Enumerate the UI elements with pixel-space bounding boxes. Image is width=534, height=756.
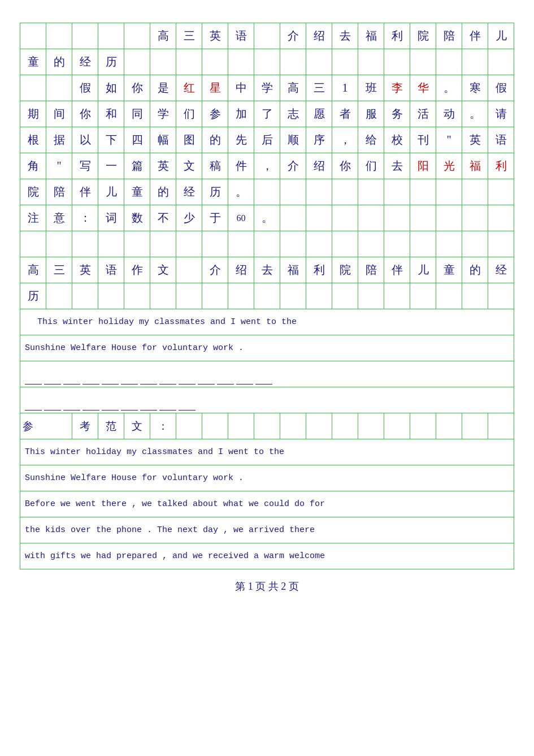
cell: 学 bbox=[150, 101, 176, 127]
cell: ， bbox=[254, 153, 280, 179]
cell: 假 bbox=[488, 75, 514, 101]
table-row-english: Sunshine Welfare House for voluntary wor… bbox=[20, 335, 514, 361]
cell bbox=[358, 231, 384, 257]
cell bbox=[72, 231, 98, 257]
cell: 根 bbox=[20, 127, 46, 153]
table-row-ref3: Before we went there , we talked about w… bbox=[20, 491, 514, 517]
cell: 红 bbox=[176, 75, 202, 101]
ref-line-4: the kids over the phone . The next day ,… bbox=[20, 517, 514, 543]
table-row-ref2: Sunshine Welfare House for voluntary wor… bbox=[20, 465, 514, 491]
cell bbox=[410, 179, 436, 205]
cell: 陪 bbox=[436, 23, 462, 49]
cell: 历 bbox=[98, 49, 124, 75]
cell bbox=[124, 23, 150, 49]
cell: 四 bbox=[124, 127, 150, 153]
table-row-english: This winter holiday my classmates and I … bbox=[20, 309, 514, 335]
cell bbox=[384, 179, 410, 205]
cell: 高 bbox=[280, 75, 306, 101]
cell: 福 bbox=[462, 153, 488, 179]
cell: 参 bbox=[202, 101, 228, 127]
cell bbox=[436, 413, 462, 439]
table-row: 角 " 写 一 篇 英 文 稿 件 ， 介 绍 你 们 去 阳 光 福 利 bbox=[20, 153, 514, 179]
cell bbox=[332, 49, 358, 75]
cell: 活 bbox=[410, 101, 436, 127]
cell bbox=[20, 23, 46, 49]
cell bbox=[306, 205, 332, 231]
cell: 英 bbox=[150, 153, 176, 179]
cell bbox=[124, 49, 150, 75]
cell: 你 bbox=[332, 153, 358, 179]
cell: 福 bbox=[358, 23, 384, 49]
cell bbox=[254, 413, 280, 439]
cell bbox=[384, 231, 410, 257]
cell bbox=[280, 231, 306, 257]
underline-cell bbox=[20, 361, 514, 387]
cell: 华 bbox=[410, 75, 436, 101]
cell bbox=[436, 205, 462, 231]
cell bbox=[228, 413, 254, 439]
cell: 院 bbox=[20, 179, 46, 205]
cell bbox=[436, 231, 462, 257]
cell: 星 bbox=[202, 75, 228, 101]
cell: 语 bbox=[228, 23, 254, 49]
table-row: 假 如 你 是 红 星 中 学 高 三 1 班 李 华 。 寒 假 bbox=[20, 75, 514, 101]
cell bbox=[46, 23, 72, 49]
cell bbox=[384, 49, 410, 75]
cell bbox=[358, 283, 384, 309]
cell: 。 bbox=[462, 101, 488, 127]
table-row: 高 三 英 语 作 文 介 绍 去 福 利 院 陪 伴 儿 童 的 经 bbox=[20, 257, 514, 283]
cell bbox=[176, 283, 202, 309]
cell: 如 bbox=[98, 75, 124, 101]
cell bbox=[332, 231, 358, 257]
cell bbox=[254, 23, 280, 49]
cell: 福 bbox=[280, 257, 306, 283]
cell bbox=[462, 205, 488, 231]
cell: 经 bbox=[176, 179, 202, 205]
cell bbox=[280, 283, 306, 309]
cell: 的 bbox=[150, 179, 176, 205]
cell bbox=[332, 283, 358, 309]
table-row-underline bbox=[20, 361, 514, 387]
cell: 60 bbox=[228, 205, 254, 231]
cell: 于 bbox=[202, 205, 228, 231]
cell bbox=[462, 49, 488, 75]
cell bbox=[488, 231, 514, 257]
cell bbox=[306, 49, 332, 75]
cell: " bbox=[46, 153, 72, 179]
cell: 你 bbox=[72, 101, 98, 127]
table-row-ref4: the kids over the phone . The next day ,… bbox=[20, 517, 514, 543]
cell bbox=[436, 49, 462, 75]
cell: 件 bbox=[228, 153, 254, 179]
cell: 注 bbox=[20, 205, 46, 231]
cell bbox=[332, 413, 358, 439]
cell: 同 bbox=[124, 101, 150, 127]
cell bbox=[384, 413, 410, 439]
cell bbox=[46, 75, 72, 101]
cell bbox=[358, 205, 384, 231]
cell bbox=[202, 413, 228, 439]
cell bbox=[72, 23, 98, 49]
cell: 志 bbox=[280, 101, 306, 127]
cell bbox=[176, 231, 202, 257]
cell: 。 bbox=[228, 179, 254, 205]
cell: 服 bbox=[358, 101, 384, 127]
cell: 和 bbox=[98, 101, 124, 127]
cell: 童 bbox=[124, 179, 150, 205]
cell: 的 bbox=[462, 257, 488, 283]
cell bbox=[358, 179, 384, 205]
ref-line-1: This winter holiday my classmates and I … bbox=[20, 439, 514, 465]
cell: 英 bbox=[462, 127, 488, 153]
cell bbox=[150, 231, 176, 257]
cell: 介 bbox=[280, 23, 306, 49]
cell: 绍 bbox=[306, 23, 332, 49]
cell: 伴 bbox=[462, 23, 488, 49]
cell bbox=[202, 49, 228, 75]
cell: 假 bbox=[72, 75, 98, 101]
cell: 数 bbox=[124, 205, 150, 231]
cell: 文 bbox=[176, 153, 202, 179]
cell bbox=[98, 283, 124, 309]
cell: 绍 bbox=[306, 153, 332, 179]
cell bbox=[150, 283, 176, 309]
table-row: 注 意 ： 词 数 不 少 于 60 。 bbox=[20, 205, 514, 231]
cell bbox=[306, 231, 332, 257]
